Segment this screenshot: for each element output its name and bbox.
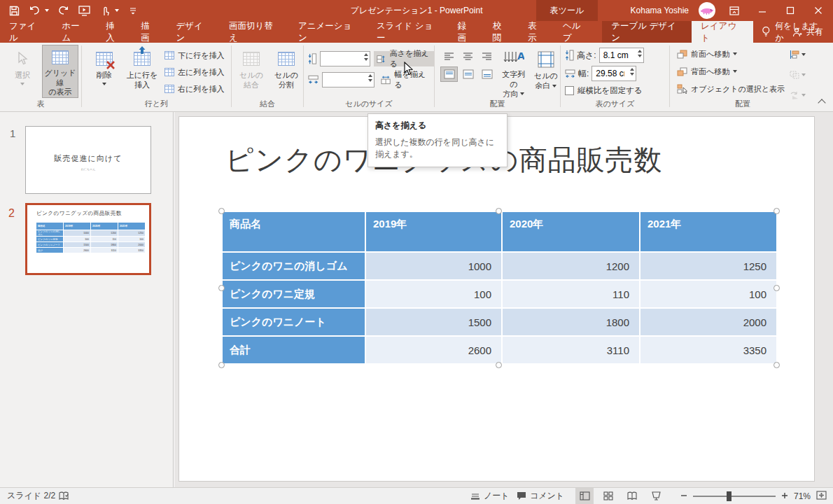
normal-view-button[interactable] xyxy=(575,488,594,504)
selection-handle[interactable] xyxy=(218,208,225,214)
selection-handle[interactable] xyxy=(774,362,780,368)
value-cell[interactable]: 3350 xyxy=(640,336,777,364)
align-middle-button[interactable] xyxy=(459,66,477,82)
redo-icon[interactable] xyxy=(56,4,70,18)
tab-table-design[interactable]: テーブル デザイン xyxy=(602,21,692,43)
header-cell[interactable]: 2021年 xyxy=(640,211,777,252)
spin-down-icon[interactable] xyxy=(630,73,634,76)
tab-draw[interactable]: 描画 xyxy=(132,21,167,43)
spin-down-icon[interactable] xyxy=(638,55,642,57)
value-cell[interactable]: 1500 xyxy=(365,308,502,336)
tab-review[interactable]: 校閲 xyxy=(484,21,519,43)
undo-dropdown-icon[interactable] xyxy=(45,9,49,12)
value-cell[interactable]: 3110 xyxy=(502,336,640,364)
selection-handle[interactable] xyxy=(774,208,780,214)
qat-customize-icon[interactable] xyxy=(126,4,140,18)
sales-table[interactable]: 商品名2019年2020年2021年 ピンクのワニの消しゴム1000120012… xyxy=(221,211,778,365)
insert-col-right-button[interactable]: 右に列を挿入 xyxy=(162,81,227,97)
start-slideshow-icon[interactable] xyxy=(77,4,91,18)
undo-icon[interactable] xyxy=(28,4,42,18)
spin-down-icon[interactable] xyxy=(364,58,368,61)
align-center-button[interactable] xyxy=(459,48,477,64)
row-label-cell[interactable]: ピンクのワニノート xyxy=(222,308,365,336)
spin-down-icon[interactable] xyxy=(368,79,372,82)
reading-view-button[interactable] xyxy=(623,488,641,504)
tab-home[interactable]: ホーム xyxy=(52,21,97,43)
fit-slide-icon[interactable] xyxy=(816,491,827,502)
align-bottom-button[interactable] xyxy=(478,66,496,82)
header-cell[interactable]: 2020年 xyxy=(502,211,640,252)
table-width-spinner[interactable] xyxy=(592,66,636,81)
slide-sorter-view-button[interactable] xyxy=(599,488,617,504)
row-label-cell[interactable]: 合計 xyxy=(222,336,365,364)
cell-width-spinner[interactable] xyxy=(322,72,374,88)
tab-view[interactable]: 表示 xyxy=(519,21,554,43)
row-label-cell[interactable]: ピンクのワニの消しゴム xyxy=(222,252,365,280)
value-cell[interactable]: 1800 xyxy=(502,308,640,336)
header-cell[interactable]: 2019年 xyxy=(365,211,502,252)
table-height-spinner[interactable] xyxy=(599,48,644,63)
insert-row-below-button[interactable]: 下に行を挿入 xyxy=(162,48,227,63)
slide-2-thumbnail[interactable]: ピンクのワニグッズの商品販売数 商品名2019年2020年2021年 ピンクのワ… xyxy=(25,203,151,275)
value-cell[interactable]: 1200 xyxy=(502,252,640,280)
cell-margins-button[interactable]: セルの 余白 xyxy=(532,46,560,99)
delete-button[interactable]: 削除 xyxy=(86,45,122,98)
slide-canvas[interactable]: ピンクのワニグッズの商品販売数 商品名2019年2020年2021年 ピンクのワ… xyxy=(178,116,815,482)
close-icon[interactable] xyxy=(809,0,827,21)
value-cell[interactable]: 2600 xyxy=(365,336,502,364)
lock-aspect-ratio-checkbox[interactable] xyxy=(565,86,574,95)
touch-mode-icon[interactable] xyxy=(98,4,112,18)
tab-layout[interactable]: レイアウト xyxy=(692,21,753,43)
share-button[interactable]: 共有 xyxy=(792,21,823,43)
ribbon-collapse-icon[interactable] xyxy=(818,99,825,106)
tab-animations[interactable]: アニメーション xyxy=(289,21,368,43)
avatar[interactable] xyxy=(699,2,715,19)
value-cell[interactable]: 110 xyxy=(502,280,640,308)
value-cell[interactable]: 100 xyxy=(640,280,777,308)
tab-transitions[interactable]: 画面切り替え xyxy=(220,21,289,43)
tab-design[interactable]: デザイン xyxy=(167,21,219,43)
table-width-input[interactable] xyxy=(596,66,624,80)
zoom-level[interactable]: 71% xyxy=(794,491,811,501)
table-height-input[interactable] xyxy=(603,48,632,62)
gridlines-toggle-button[interactable]: グリッド線 の表示 xyxy=(42,45,78,98)
slide-1-thumbnail[interactable]: 販売促進に向けて わにちゃん xyxy=(25,126,151,194)
align-objects-button[interactable] xyxy=(787,47,808,62)
cell-height-spinner[interactable] xyxy=(320,51,370,66)
accessibility-checker-button[interactable] xyxy=(59,488,69,504)
insert-col-left-button[interactable]: 左に列を挿入 xyxy=(162,64,227,80)
row-label-cell[interactable]: ピンクのワニ定規 xyxy=(222,280,365,308)
insert-row-above-button[interactable]: 上に行を 挿入 xyxy=(124,45,160,98)
zoom-slider-thumb[interactable] xyxy=(727,491,732,501)
user-name[interactable]: Kohama Yoshie xyxy=(631,6,689,15)
selection-handle[interactable] xyxy=(774,285,780,291)
selection-handle[interactable] xyxy=(218,285,225,291)
header-cell[interactable]: 商品名 xyxy=(222,211,365,252)
spin-up-icon[interactable] xyxy=(364,53,368,56)
align-left-button[interactable] xyxy=(440,48,458,64)
value-cell[interactable]: 100 xyxy=(365,280,502,308)
split-cells-button[interactable]: セルの 分割 xyxy=(270,45,303,98)
zoom-slider[interactable] xyxy=(693,496,776,497)
value-cell[interactable]: 2000 xyxy=(640,308,777,336)
align-top-button[interactable] xyxy=(440,66,458,82)
merge-cells-button[interactable]: セルの 結合 xyxy=(234,45,268,98)
zoom-in-icon[interactable] xyxy=(781,491,788,501)
cell-height-input[interactable] xyxy=(324,52,358,66)
ribbon-display-options-icon[interactable] xyxy=(725,0,743,21)
slide-indicator[interactable]: スライド 2/2 xyxy=(7,488,55,504)
selection-handle[interactable] xyxy=(496,208,502,214)
save-icon[interactable] xyxy=(7,4,21,18)
minimize-icon[interactable] xyxy=(753,0,771,21)
tab-file[interactable]: ファイル xyxy=(0,21,52,43)
cell-width-input[interactable] xyxy=(326,73,363,87)
selection-handle[interactable] xyxy=(218,362,225,368)
group-objects-button[interactable] xyxy=(787,67,808,83)
zoom-out-icon[interactable] xyxy=(680,491,687,501)
text-direction-button[interactable]: A 文字列の 方向 xyxy=(498,46,529,99)
value-cell[interactable]: 1250 xyxy=(640,252,777,280)
select-button[interactable]: 選択 xyxy=(4,45,41,98)
notes-button[interactable]: ノート xyxy=(470,488,510,504)
maximize-icon[interactable] xyxy=(781,0,799,21)
value-cell[interactable]: 1000 xyxy=(365,252,502,280)
